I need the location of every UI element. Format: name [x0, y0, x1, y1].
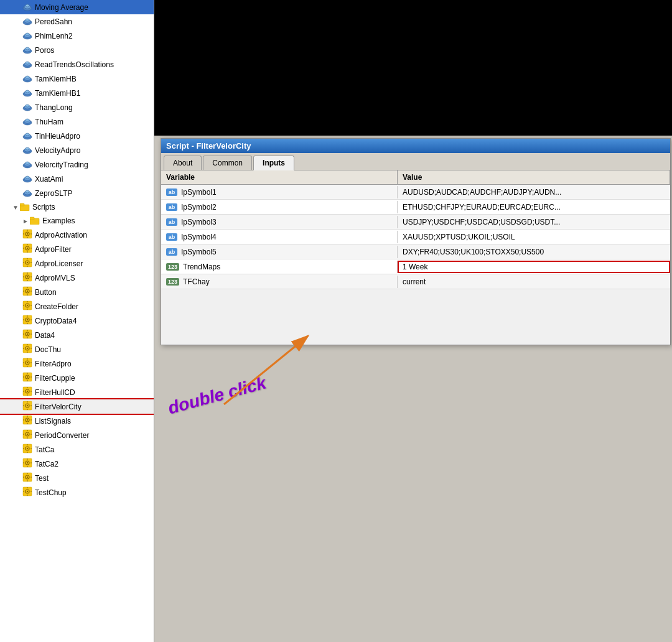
sidebar-label-zeprosltp: ZeproSLTP	[35, 188, 72, 199]
var-label-ipsymbol4: IpSymbol4	[181, 233, 217, 241]
svg-point-83	[27, 305, 28, 306]
header-value: Value	[398, 170, 670, 184]
sidebar-item-data4[interactable]: Data4	[0, 328, 154, 342]
svg-point-104	[27, 348, 28, 349]
svg-point-160	[27, 462, 28, 463]
svg-point-48	[27, 233, 28, 235]
type-icon-ipsymbol4: ab	[166, 233, 177, 241]
sidebar-item-moving-average[interactable]: Moving Average	[0, 0, 154, 14]
sidebar-label-docthu: DocThu	[35, 344, 61, 355]
script-icon	[22, 372, 32, 384]
script-icon	[22, 458, 32, 470]
table-row-ipsymbol5[interactable]: abIpSymbol5DXY;FR40;US30;UK100;STOXX50;U…	[161, 244, 670, 259]
sidebar-item-periodconverter[interactable]: PeriodConverter	[0, 428, 154, 442]
sidebar-item-zeprosltp[interactable]: ZeproSLTP	[0, 186, 154, 200]
sidebar-label-tatca2: TatCa2	[35, 458, 58, 470]
script-icon	[22, 229, 32, 241]
sidebar-item-adprolicenser[interactable]: AdproLicenser	[0, 256, 154, 271]
sidebar-item-poros[interactable]: Poros	[0, 43, 154, 57]
sidebar-item-thuham[interactable]: ThuHam	[0, 114, 154, 129]
sidebar-item-thanglong[interactable]: ThangLong	[0, 100, 154, 114]
sidebar-item-scripts[interactable]: ▼ Scripts	[0, 200, 154, 214]
sidebar-label-moving-average: Moving Average	[35, 2, 88, 13]
svg-point-76	[27, 291, 28, 292]
sidebar-item-examples[interactable]: ► Examples	[0, 214, 154, 228]
dialog-title: Script - FilterVelorCity	[166, 141, 251, 151]
sidebar-item-filtervelorcity[interactable]: FilterVelorCity	[0, 399, 154, 414]
row-variable-trendmaps: 123TrendMaps	[161, 261, 398, 273]
script-icon	[22, 343, 32, 355]
sidebar-item-adprofilter[interactable]: AdproFilter	[0, 242, 154, 256]
sidebar-item-docthu[interactable]: DocThu	[0, 342, 154, 356]
sidebar-label-peredsahn: PeredSahn	[35, 16, 72, 27]
type-icon-ipsymbol1: ab	[166, 188, 177, 196]
sidebar-item-createfolder[interactable]: CreateFolder	[0, 299, 154, 314]
sidebar-item-adpromvls[interactable]: AdproMVLS	[0, 271, 154, 285]
sidebar-label-readtrends: ReadTrendsOscillations	[35, 59, 114, 70]
tab-inputs[interactable]: Inputs	[253, 156, 294, 170]
sidebar-item-tatca2[interactable]: TatCa2	[0, 457, 154, 471]
sidebar-item-cryptodata4[interactable]: CryptoData4	[0, 314, 154, 328]
sidebar[interactable]: Moving Average PeredSahn PhimLenh2 Poros…	[0, 0, 154, 642]
sidebar-item-tamkiemhb1[interactable]: TamKiemHB1	[0, 86, 154, 100]
dialog-titlebar: Script - FilterVelorCity	[161, 139, 670, 153]
var-label-tfchay: TFChay	[183, 277, 210, 286]
sidebar-label-velorcitytrading: VelorcityTrading	[35, 159, 88, 170]
indicator-icon	[22, 101, 32, 113]
row-value-ipsymbol1: AUDUSD;AUDCAD;AUDCHF;AUDJPY;AUDN...	[398, 186, 670, 198]
sidebar-item-testchup[interactable]: TestChup	[0, 485, 154, 500]
table-row-tfchay[interactable]: 123TFChaycurrent	[161, 274, 670, 289]
sidebar-label-adprofilter: AdproFilter	[35, 244, 72, 255]
tab-about[interactable]: About	[164, 156, 202, 170]
sidebar-label-filtercupple: FilterCupple	[35, 373, 75, 384]
sidebar-label-thuham: ThuHam	[35, 116, 63, 128]
type-icon-trendmaps: 123	[166, 263, 179, 271]
sidebar-item-xuatami[interactable]: XuatAmi	[0, 172, 154, 186]
svg-point-90	[27, 319, 28, 320]
svg-point-17	[26, 76, 29, 78]
sidebar-label-filterhullcd: FilterHullCD	[35, 387, 75, 398]
sidebar-item-tinHieuAdpro[interactable]: TinHieuAdpro	[0, 129, 154, 143]
row-variable-tfchay: 123TFChay	[161, 276, 398, 288]
sidebar-item-tatca[interactable]: TatCa	[0, 442, 154, 457]
sidebar-label-phimlenh2: PhimLenh2	[35, 30, 73, 42]
sidebar-item-test[interactable]: Test	[0, 471, 154, 485]
expand-icon[interactable]: ▼	[12, 204, 19, 211]
svg-point-62	[27, 262, 28, 263]
sidebar-item-readtrends[interactable]: ReadTrendsOscillations	[0, 57, 154, 72]
svg-point-35	[26, 162, 29, 164]
svg-point-118	[27, 376, 28, 378]
svg-point-111	[27, 362, 28, 363]
sidebar-item-listsignals[interactable]: ListSignals	[0, 414, 154, 428]
table-row-ipsymbol3[interactable]: abIpSymbol3USDJPY;USDCHF;USDCAD;USDSGD;U…	[161, 215, 670, 230]
indicator-icon	[22, 87, 32, 99]
svg-point-20	[26, 90, 29, 93]
expand-icon[interactable]: ►	[22, 218, 29, 225]
indicator-icon	[22, 30, 32, 42]
sidebar-item-tamkiemhb[interactable]: TamKiemHB	[0, 72, 154, 86]
svg-point-8	[26, 33, 29, 35]
row-variable-ipsymbol1: abIpSymbol1	[161, 186, 398, 198]
svg-point-14	[26, 62, 29, 64]
sidebar-item-filtercupple[interactable]: FilterCupple	[0, 371, 154, 385]
sidebar-item-velorcitytrading[interactable]: VelorcityTrading	[0, 157, 154, 172]
var-label-ipsymbol1: IpSymbol1	[181, 188, 217, 197]
row-variable-ipsymbol5: abIpSymbol5	[161, 246, 398, 258]
sidebar-label-adproactivation: AdproActivation	[35, 230, 87, 241]
sidebar-item-peredsahn[interactable]: PeredSahn	[0, 14, 154, 29]
sidebar-item-button[interactable]: Button	[0, 285, 154, 299]
sidebar-item-phimlenh2[interactable]: PhimLenh2	[0, 29, 154, 43]
sidebar-label-tinHieuAdpro: TinHieuAdpro	[35, 131, 80, 142]
var-label-trendmaps: TrendMaps	[183, 263, 220, 271]
table-row-ipsymbol4[interactable]: abIpSymbol4XAUUSD;XPTUSD;UKOIL;USOIL	[161, 230, 670, 244]
table-row-trendmaps[interactable]: 123TrendMaps1 Week	[161, 259, 670, 274]
tab-common[interactable]: Common	[203, 156, 252, 170]
script-dialog: Script - FilterVelorCity AboutCommonInpu…	[161, 138, 671, 345]
sidebar-item-velocityadpro[interactable]: VelocityAdpro	[0, 143, 154, 157]
sidebar-item-filteradpro[interactable]: FilterAdpro	[0, 356, 154, 371]
sidebar-item-filterhullcd[interactable]: FilterHullCD	[0, 385, 154, 399]
sidebar-item-adproactivation[interactable]: AdproActivation	[0, 228, 154, 242]
svg-point-5	[26, 19, 29, 21]
table-row-ipsymbol1[interactable]: abIpSymbol1AUDUSD;AUDCAD;AUDCHF;AUDJPY;A…	[161, 185, 670, 200]
table-row-ipsymbol2[interactable]: abIpSymbol2ETHUSD;CHFJPY;EURAUD;EURCAD;E…	[161, 200, 670, 215]
